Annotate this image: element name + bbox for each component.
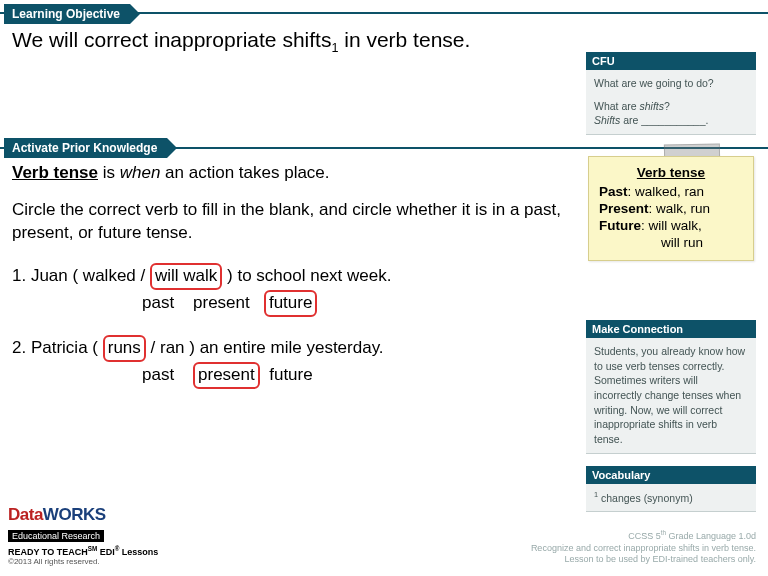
ex2-tense-row: past present future: [142, 362, 562, 389]
future-val2: will run: [661, 235, 743, 250]
ex1-line1: 1. Juan ( walked / will walk ) to school…: [12, 263, 562, 290]
lo-post: in verb tense.: [338, 28, 470, 51]
r1-post: Grade Language 1.0d: [666, 531, 756, 541]
definition: Verb tense is when an action takes place…: [12, 162, 562, 185]
vocab-body: 1 changes (synonym): [586, 484, 756, 512]
ex1-past: past: [142, 293, 174, 312]
learning-objective-text: We will correct inappropriate shifts1 in…: [12, 28, 470, 55]
footer-left: DataWORKS Educational Research READY TO …: [8, 505, 158, 566]
cfu-q2-pre: What are: [594, 100, 640, 112]
def-end: an action takes place.: [160, 163, 329, 182]
logo-subtitle: Educational Research: [8, 530, 104, 542]
past-label: Past: [599, 184, 628, 199]
mc-body: Students, you already know how to use ve…: [586, 338, 756, 454]
lo-pre: We will correct inappropriate shifts: [12, 28, 331, 51]
tag-pre: READY TO TEACH: [8, 547, 88, 557]
def-term: Verb tense: [12, 163, 98, 182]
ribbon-label: Activate Prior Knowledge: [4, 138, 167, 158]
ex1-future-box: future: [264, 290, 317, 317]
cfu-q3-i: Shifts: [594, 114, 620, 126]
product-tag: READY TO TEACHSM EDI® Lessons: [8, 545, 158, 557]
cfu-header: CFU: [586, 52, 756, 70]
ex1-tense-row: past present future: [142, 290, 562, 317]
def-italic: when: [120, 163, 161, 182]
vocabulary-panel: Vocabulary 1 changes (synonym): [586, 466, 756, 512]
present-val: : walk, run: [649, 201, 711, 216]
future-val: : will walk,: [641, 218, 702, 233]
cfu-q2-post: ?: [664, 100, 670, 112]
learning-objective-ribbon: Learning Objective: [4, 4, 130, 24]
ex1-pre: 1. Juan ( walked /: [12, 266, 145, 285]
cfu-q2-i: shifts: [640, 100, 665, 112]
usage-note: Lesson to be used by EDI-trained teacher…: [531, 554, 756, 566]
present-label: Present: [599, 201, 649, 216]
logo-works: WORKS: [43, 505, 106, 524]
exercise-2: 2. Patricia ( runs / ran ) an entire mil…: [12, 335, 562, 389]
def-mid: is: [98, 163, 120, 182]
ex2-pre: 2. Patricia (: [12, 338, 98, 357]
ribbon-label: Learning Objective: [4, 4, 130, 24]
future-label: Future: [599, 218, 641, 233]
cfu-q3-post: are ___________.: [620, 114, 708, 126]
ex2-future: future: [269, 365, 312, 384]
vocab-text: changes (synonym): [598, 492, 693, 504]
copyright: ©2013 All rights reserved.: [8, 557, 158, 566]
ex2-present-box: present: [193, 362, 260, 389]
sticky-past: Past: walked, ran: [599, 184, 743, 199]
ex2-past: past: [142, 365, 174, 384]
ex1-present: present: [193, 293, 250, 312]
standard-desc: Recognize and correct inappropriate shif…: [531, 543, 756, 555]
footer-right: CCSS 5th Grade Language 1.0d Recognize a…: [531, 529, 756, 566]
activate-prior-ribbon: Activate Prior Knowledge: [4, 138, 167, 158]
standard-line: CCSS 5th Grade Language 1.0d: [531, 529, 756, 543]
exercise-1: 1. Juan ( walked / will walk ) to school…: [12, 263, 562, 317]
cfu-q1: What are we going to do?: [594, 76, 748, 91]
mc-header: Make Connection: [586, 320, 756, 338]
tag-mid: EDI: [97, 547, 115, 557]
past-val: : walked, ran: [628, 184, 705, 199]
instruction: Circle the correct verb to fill in the b…: [12, 199, 562, 245]
logo-data: Data: [8, 505, 43, 524]
ex2-answer-box: runs: [103, 335, 146, 362]
ex2-line1: 2. Patricia ( runs / ran ) an entire mil…: [12, 335, 562, 362]
cfu-q3: Shifts are ___________.: [594, 113, 748, 128]
tag-post: Lessons: [119, 547, 158, 557]
sticky-present: Present: walk, run: [599, 201, 743, 216]
cfu-q2: What are shifts?: [594, 99, 748, 114]
ex1-answer-box: will walk: [150, 263, 222, 290]
dataworks-logo: DataWORKS: [8, 505, 158, 525]
r1-pre: CCSS 5: [628, 531, 661, 541]
main-content: Verb tense is when an action takes place…: [12, 162, 562, 389]
sticky-note: Verb tense Past: walked, ran Present: wa…: [588, 156, 754, 261]
ex2-mid: / ran ) an entire mile yesterday.: [151, 338, 384, 357]
sticky-title: Verb tense: [599, 165, 743, 180]
vocab-header: Vocabulary: [586, 466, 756, 484]
ex1-post: ) to school next week.: [227, 266, 391, 285]
sticky-future: Future: will walk,: [599, 218, 743, 233]
cfu-panel: CFU What are we going to do? What are sh…: [586, 52, 756, 135]
tag-sm: SM: [88, 545, 97, 552]
make-connection-panel: Make Connection Students, you already kn…: [586, 320, 756, 454]
cfu-body: What are we going to do? What are shifts…: [586, 70, 756, 135]
